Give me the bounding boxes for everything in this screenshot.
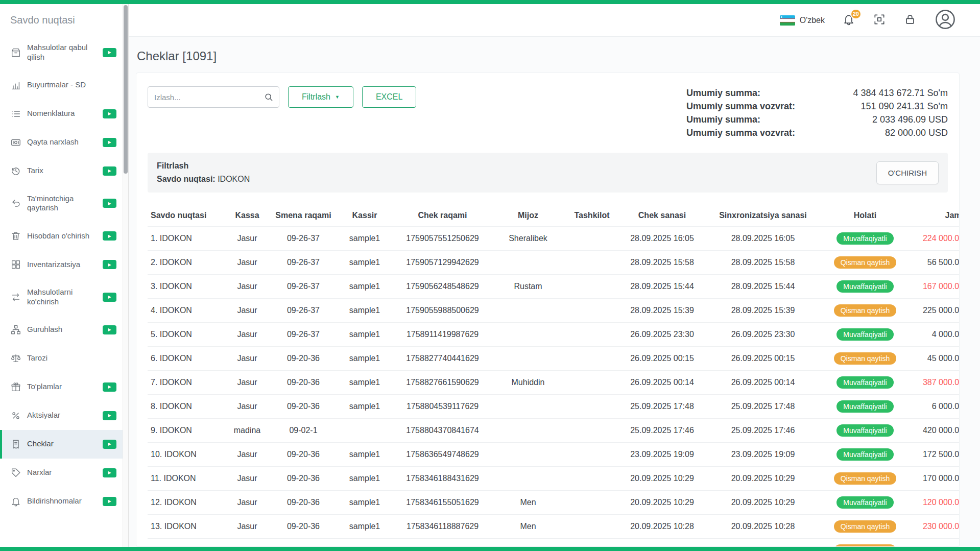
inventory-grid-icon [10,259,21,270]
lock-icon [903,13,917,28]
cell-kassa: Jasur [224,227,270,251]
table-row[interactable]: 13. IDOKONJasur09-20-36sample11758346118… [148,515,960,539]
sidebar-item-nomenklatura[interactable]: Nomenklatura▶ [0,100,123,128]
language-selector[interactable]: O'zbek [780,15,825,26]
cell-chek-raqami: 1758911419987629 [393,323,492,347]
cell-smena-raqami: 09-26-37 [270,251,337,275]
sidebar-item-narxlar[interactable]: Narxlar▶ [0,459,123,487]
video-play-badge-icon[interactable]: ▶ [103,440,116,449]
sidebar-item-mahsulotlar-qabul-qilish[interactable]: Mahsulotlar qabul qilish▶ [0,34,123,71]
video-play-badge-icon[interactable]: ▶ [103,497,116,506]
cell-jami: 45 000.00 [909,347,960,371]
sidebar-item-cheklar[interactable]: Cheklar▶ [0,430,123,459]
table-row[interactable]: 3. IDOKONJasur09-26-37sample117590562485… [148,275,960,299]
video-play-badge-icon[interactable]: ▶ [103,231,116,241]
cell-holati: Muvaffaqiyatli [822,419,909,443]
table-row[interactable]: 6. IDOKONJasur09-20-36sample117588277404… [148,347,960,371]
cell-mijoz [492,419,564,443]
table-row[interactable]: 10. IDOKONJasur09-20-36sample11758636549… [148,443,960,467]
sidebar-item-bildirishnomalar[interactable]: Bildirishnomalar▶ [0,487,123,516]
table-row[interactable]: 14. IDOKONJasur09-20-35sample11758345587… [148,539,960,547]
table-row[interactable]: 4. IDOKONJasur09-26-37sample117590559885… [148,299,960,323]
cell-chek-sanasi: 26.09.2025 00:14 [620,371,704,395]
video-play-badge-icon[interactable]: ▶ [103,138,116,147]
status-badge: Muvaffaqiyatli [836,496,893,509]
sidebar-title: Savdo nuqtasi [0,4,123,34]
notifications-button[interactable]: 20 [842,13,855,28]
sidebar-item-to-plamlar[interactable]: To'plamlar▶ [0,373,123,401]
table-row[interactable]: 7. IDOKONJasur09-20-36sample117588276615… [148,371,960,395]
lock-button[interactable] [903,13,917,28]
cell-tashkilot [564,347,620,371]
sidebar-item-hisobdan-o-chirish[interactable]: Hisobdan o'chirish▶ [0,222,123,250]
filter-button[interactable]: Filtrlash ▼ [288,86,353,108]
video-play-badge-icon[interactable]: ▶ [103,260,116,269]
top-accent-bar [0,0,980,4]
video-play-badge-icon[interactable]: ▶ [103,109,116,118]
table-row[interactable]: 11. IDOKONJasur09-20-36sample11758346188… [148,467,960,491]
filter-field: Savdo nuqtasi: IDOKON [157,173,250,186]
filter-button-label: Filtrlash [302,92,330,102]
table-row[interactable]: 5. IDOKONJasur09-26-37sample117589114199… [148,323,960,347]
cell-tashkilot [564,419,620,443]
cell-smena-raqami: 09-20-36 [270,443,337,467]
sidebar-item-qayta-narxlash[interactable]: Qayta narxlash▶ [0,128,123,157]
video-play-badge-icon[interactable]: ▶ [103,325,116,334]
status-badge: Muvaffaqiyatli [836,232,893,245]
sidebar-item-tarix[interactable]: Tarix▶ [0,157,123,185]
search-input[interactable] [148,86,279,108]
video-play-badge-icon[interactable]: ▶ [103,48,116,57]
table-row[interactable]: 2. IDOKONJasur09-26-37sample117590571299… [148,251,960,275]
cell-jami: 387 000.00 [909,371,960,395]
scrollbar-thumb[interactable] [124,5,128,174]
cell-chek-sanasi: 20.09.2025 10:28 [620,515,704,539]
table-body: 1. IDOKONJasur09-26-37sample117590575512… [148,227,960,547]
scan-button[interactable] [873,13,886,28]
table-row[interactable]: 9. IDOKONmadina09-02-1175880437084167425… [148,419,960,443]
cell-mijoz [492,251,564,275]
video-play-badge-icon[interactable]: ▶ [103,382,116,392]
video-play-badge-icon[interactable]: ▶ [103,166,116,176]
cell-holati: Muvaffaqiyatli [822,443,909,467]
content: Cheklar [1091] Filtrlash ▼ [129,37,980,547]
sidebar-scrollbar[interactable] [123,4,129,547]
cell-savdo-nuqtasi: 9. IDOKON [148,419,224,443]
avatar-icon [934,8,957,33]
sidebar-item-mahsulotlarni-ko-chirish[interactable]: Mahsulotlarni ko'chirish▶ [0,279,123,316]
sidebar-item-inventarizatsiya[interactable]: Inventarizatsiya▶ [0,250,123,279]
sidebar-item-guruhlash[interactable]: Guruhlash▶ [0,316,123,344]
video-play-badge-icon[interactable]: ▶ [103,468,116,477]
sidebar-item-ta-minotchiga-qaytarish[interactable]: Ta'minotchiga qaytarish▶ [0,185,123,222]
excel-button[interactable]: EXCEL [362,86,416,108]
sidebar-item-buyurtmalar-sd[interactable]: Buyurtmalar - SD [0,71,123,100]
cell-sinx-sanasi: 25.09.2025 17:46 [704,419,822,443]
cell-chek-raqami: 1758804370841674 [393,419,492,443]
cell-smena-raqami: 09-26-37 [270,275,337,299]
cell-tashkilot [564,515,620,539]
table-row[interactable]: 8. IDOKONJasur09-20-36sample117588045391… [148,395,960,419]
cell-kassir: sample1 [337,371,393,395]
cell-jami: 4 000.00 [909,323,960,347]
uzbek-flag-icon [780,15,795,26]
sidebar-item-label: Mahsulotlarni ko'chirish [27,288,97,307]
cell-chek-sanasi: 26.09.2025 23:30 [620,323,704,347]
table-row[interactable]: 12. IDOKONJasur09-20-36sample11758346155… [148,491,960,515]
sidebar-item-label: Bildirishnomalar [27,496,97,506]
video-play-badge-icon[interactable]: ▶ [103,411,116,420]
filter-bar-title: Filtrlash [157,159,250,173]
clear-filter-button[interactable]: O'CHIRISH [876,161,939,184]
sidebar-item-tarozi[interactable]: Tarozi [0,344,123,373]
cell-kassa: Jasur [224,371,270,395]
status-badge: Qisman qaytish [834,256,896,269]
sidebar-item-aktsiyalar[interactable]: Aktsiyalar▶ [0,401,123,430]
cell-tashkilot [564,443,620,467]
cell-jami: 170 000.00 [909,467,960,491]
user-menu-button[interactable] [934,8,957,33]
cell-smena-raqami: 09-20-36 [270,347,337,371]
transfer-arrows-icon [10,292,21,303]
col-kassir: Kassir [337,205,393,227]
video-play-badge-icon[interactable]: ▶ [103,293,116,302]
video-play-badge-icon[interactable]: ▶ [103,199,116,208]
table-row[interactable]: 1. IDOKONJasur09-26-37sample117590575512… [148,227,960,251]
cell-kassa: madina [224,419,270,443]
